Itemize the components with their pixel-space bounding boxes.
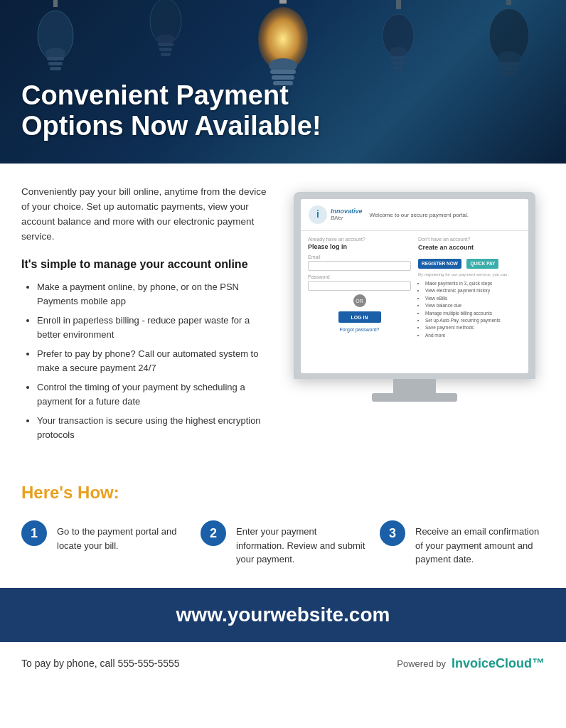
step-2-number: 2	[201, 520, 226, 546]
screen-already-label: Already have an account?	[308, 237, 411, 242]
hero-title: Convenient Payment Options Now Available…	[21, 80, 377, 142]
hero-section: Convenient Payment Options Now Available…	[0, 0, 566, 164]
svg-rect-27	[499, 62, 519, 65]
svg-rect-28	[501, 67, 518, 70]
powered-label: Powered by	[397, 658, 446, 669]
list-item: Enroll in paperless billing - reduce pap…	[37, 314, 270, 341]
monitor-mockup: i Innovative Biller Welcome to our secur…	[294, 192, 535, 402]
innovative-biller-icon: i	[308, 205, 328, 225]
screen-password-input[interactable]	[308, 281, 411, 291]
benefit-item: Make payments in 3, quick steps	[425, 280, 521, 287]
footer-banner: www.yourwebsite.com	[0, 588, 566, 642]
phone-text: To pay by phone, call 555-555-5555	[21, 658, 180, 669]
screen-body: Already have an account? Please log in E…	[301, 231, 528, 373]
screen-welcome-text: Welcome to our secure payment portal.	[370, 212, 469, 218]
screen-password-label: Password	[308, 274, 411, 279]
svg-rect-16	[272, 75, 294, 80]
forgot-password-link[interactable]: Forgot password?	[308, 327, 411, 332]
step-2: 2 Enter your payment information. Review…	[201, 520, 365, 567]
invoicecloud-logo: InvoiceCloud™	[452, 656, 545, 671]
benefit-item: And more	[425, 332, 521, 339]
benefit-item: View eBills	[425, 295, 521, 302]
step-3-text: Receive an email confirmation of your pa…	[415, 520, 545, 567]
monitor-stand-neck	[393, 379, 436, 393]
heres-how-title: Here's How:	[21, 483, 545, 503]
bulb-icon-2	[144, 0, 187, 71]
svg-point-20	[390, 47, 407, 57]
bulb-icon-5	[486, 0, 532, 89]
benefits-list: Make payments in 3, quick steps View ele…	[418, 280, 521, 339]
heres-how-section: Here's How: 1 Go to the payment portal a…	[0, 469, 566, 588]
bottom-bar: To pay by phone, call 555-555-5555 Power…	[0, 642, 566, 685]
svg-rect-3	[47, 57, 64, 60]
steps-row: 1 Go to the payment portal and locate yo…	[21, 520, 545, 567]
register-now-button[interactable]: REGISTER NOW	[418, 259, 461, 269]
bulb-icon-1	[34, 0, 77, 85]
benefit-item: Set up Auto-Pay, recurring payments	[425, 317, 521, 324]
right-column: i Innovative Biller Welcome to our secur…	[284, 185, 545, 447]
login-button[interactable]: LOG IN	[338, 311, 381, 323]
logo-text: Innovative Biller	[331, 208, 363, 222]
screen-login-title: Please log in	[308, 243, 411, 250]
bulb-icon-4	[379, 0, 418, 82]
benefit-item: Manage multiple billing accounts	[425, 310, 521, 317]
screen-logo: i Innovative Biller	[308, 205, 363, 225]
list-item: Your transaction is secure using the hig…	[37, 414, 270, 441]
monitor-screen: i Innovative Biller Welcome to our secur…	[301, 199, 528, 373]
main-content: Conveniently pay your bill online, anyti…	[0, 164, 566, 469]
step-1: 1 Go to the payment portal and locate yo…	[21, 520, 186, 552]
svg-rect-18	[396, 0, 401, 9]
benefit-item: Save payment methods	[425, 324, 521, 331]
svg-rect-21	[390, 56, 406, 60]
monitor-frame: i Innovative Biller Welcome to our secur…	[294, 192, 535, 379]
svg-rect-23	[393, 66, 403, 70]
or-divider: OR	[353, 294, 366, 307]
screen-subtext: By registering for our payment service, …	[418, 272, 521, 277]
screen-register-panel: Don't have an account? Create an account…	[418, 237, 521, 368]
bulb-icon-3-lit	[255, 0, 311, 92]
step-2-text: Enter your payment information. Review a…	[236, 520, 365, 567]
screen-create-account-title: Create an account	[418, 244, 521, 251]
svg-rect-11	[161, 53, 171, 56]
quick-pay-button[interactable]: QUICK PAY	[466, 259, 498, 269]
step-3: 3 Receive an email confirmation of your …	[380, 520, 545, 567]
feature-list: Make a payment online, by phone, or on t…	[21, 280, 270, 441]
svg-rect-10	[159, 48, 172, 51]
intro-text: Conveniently pay your bill online, anyti…	[21, 185, 270, 245]
footer-url[interactable]: www.yourwebsite.com	[21, 604, 545, 626]
screen-login-panel: Already have an account? Please log in E…	[308, 237, 411, 368]
svg-text:i: i	[316, 208, 319, 220]
svg-rect-22	[392, 61, 405, 65]
screen-dont-have-label: Don't have an account?	[418, 237, 521, 242]
svg-rect-5	[50, 67, 61, 70]
svg-rect-12	[279, 0, 287, 4]
screen-email-label: Email	[308, 255, 411, 259]
list-item: Control the timing of your payment by sc…	[37, 380, 270, 408]
screen-email-input[interactable]	[308, 261, 411, 271]
svg-point-8	[156, 34, 175, 44]
svg-rect-15	[270, 70, 296, 74]
svg-rect-24	[506, 0, 511, 5]
svg-rect-9	[158, 43, 173, 46]
svg-rect-4	[48, 62, 63, 65]
left-column: Conveniently pay your bill online, anyti…	[21, 185, 270, 447]
benefit-item: View balance due	[425, 302, 521, 309]
monitor-stand-base	[372, 393, 457, 402]
step-1-number: 1	[21, 520, 47, 546]
benefit-item: View electronic payment history	[425, 287, 521, 294]
list-item: Make a payment online, by phone, or on t…	[37, 280, 270, 308]
step-3-number: 3	[380, 520, 405, 546]
step-1-text: Go to the payment portal and locate your…	[57, 520, 186, 552]
powered-by: Powered by InvoiceCloud™	[397, 656, 545, 671]
list-item: Prefer to pay by phone? Call our automat…	[37, 347, 270, 375]
svg-rect-0	[53, 0, 58, 7]
svg-rect-29	[502, 72, 516, 75]
manage-heading: It's simple to manage your account onlin…	[21, 257, 270, 272]
screen-header: i Innovative Biller Welcome to our secur…	[301, 199, 528, 231]
